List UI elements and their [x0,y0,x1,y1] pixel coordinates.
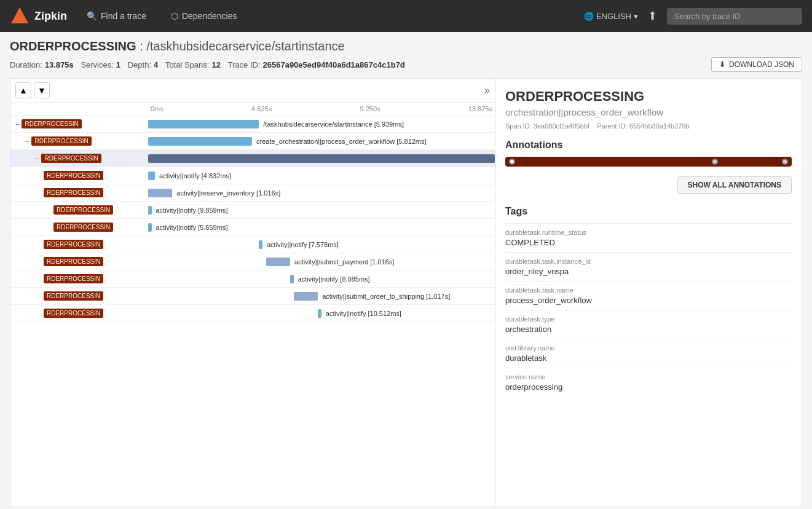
span-row[interactable]: RDERPROCESSINactivity||notify [10.512ms] [10,305,495,322]
download-json-button[interactable]: ⬇ DOWNLOAD JSON [711,57,802,72]
annotation-dot-left [509,159,515,165]
span-service-col: −RDERPROCESSIN [10,136,148,146]
trace-timeline-panel: ▲ ▼ » 0ms 4.625s 9.250s 13.875s −RDER [10,78,495,507]
tag-row: durabletask.typeorchestration [505,310,792,339]
span-row[interactable]: RDERPROCESSINactivity||notify [5.659ms] [10,219,495,236]
tag-key: otel.library.name [505,344,792,352]
collapse-button[interactable]: − [24,136,30,146]
header-right: 🌐 ENGLISH ▾ ⬆ [584,8,802,25]
span-bar-area: activity||submit_payment [1.016s] [148,253,495,270]
service-badge: RDERPROCESSIN [44,188,103,197]
meta-bar: Duration: 13.875s Services: 1 Depth: 4 T… [10,57,802,72]
time-2: 9.250s [360,105,380,112]
service-badge: RDERPROCESSIN [31,136,91,146]
span-row[interactable]: RDERPROCESSINactivity||notify [8.085ms] [10,270,495,288]
collapse-button[interactable]: − [14,119,20,129]
span-label: activity||submit_payment [1.016s] [292,258,394,266]
annotations-title: Annotations [505,140,792,151]
span-label: create_orchestration||process_order_work… [254,138,427,145]
service-badge: RDERPROCESSIN [22,119,81,128]
span-row[interactable]: RDERPROCESSINactivity||submit_payment [1… [10,253,495,270]
span-service-col: RDERPROCESSIN [10,171,148,180]
span-service-col: RDERPROCESSIN [10,291,148,301]
service-badge: RDERPROCESSIN [53,223,113,232]
tag-value: orchestration [505,325,792,334]
span-row[interactable]: RDERPROCESSINactivity||notify [7.578ms] [10,236,495,253]
service-badge: RDERPROCESSIN [44,291,103,301]
tag-key: durabletask.runtime_status [505,229,792,236]
tag-row: durabletask.runtime_statusCOMPLETED [505,223,792,252]
trace-controls: ▲ ▼ » [10,79,495,103]
span-label: activity||reserve_inventory [1.016s] [174,189,280,197]
span-row[interactable]: −RDERPROCESSIN/taskhubsidecarservice/sta… [10,116,495,133]
span-service-col: RDERPROCESSIN [10,240,148,249]
span-service-col: RDERPROCESSIN [10,205,148,215]
span-bar [318,309,321,318]
span-bar [294,292,318,301]
span-service-col: RDERPROCESSIN [10,223,148,232]
span-label: activity||notify [8.085ms] [296,275,370,283]
service-badge: RDERPROCESSIN [44,171,103,180]
nav-dependencies[interactable]: ⬡ Dependencies [166,9,242,23]
download-icon: ⬇ [719,60,725,69]
span-bar [266,258,290,266]
span-id: Span ID: 3ea080cf2a405bbf [505,122,589,130]
time-markers: 0ms 4.625s 9.250s 13.875s [148,105,495,112]
span-row[interactable]: RDERPROCESSINactivity||submit_order_to_s… [10,288,495,305]
span-bar-area: activity||notify [7.578ms] [148,236,495,253]
span-bar [148,154,495,163]
expand-all-icon[interactable]: » [484,85,490,96]
tag-key: durabletask.task.instance_id [505,258,792,265]
logo-text: Zipkin [34,10,67,23]
tag-row: durabletask.task.instance_idorder_riley_… [505,252,792,281]
span-row[interactable]: RDERPROCESSINactivity||notify [9.859ms] [10,202,495,219]
annotation-dot-mid [712,159,718,165]
tag-key: service.name [505,373,792,381]
span-bar [290,275,294,283]
tag-value: order_riley_vnspa [505,267,792,276]
annotation-bar [505,157,792,167]
timeline-bar-col-header: 0ms 4.625s 9.250s 13.875s [148,103,495,115]
span-label: activity||notify [7.578ms] [264,241,339,248]
span-service-col: −RDERPROCESSIN [10,119,148,129]
collapse-button[interactable]: − [34,154,40,164]
span-row[interactable]: −RDERPROCESSINorchestration||process_ord… [10,150,495,167]
span-row[interactable]: −RDERPROCESSINcreate_orchestration||proc… [10,133,495,150]
span-row[interactable]: RDERPROCESSINactivity||reserve_inventory… [10,184,495,202]
show-all-annotations-button[interactable]: SHOW ALL ANNOTATIONS [677,176,792,194]
nav-find-trace[interactable]: 🔍 Find a trace [82,9,151,23]
span-service-col: RDERPROCESSIN [10,257,148,266]
span-bar-area: orchestration||process_order_workflow [1… [148,150,495,167]
tag-value: COMPLETED [505,238,792,247]
expand-up-button[interactable]: ▲ [15,82,31,98]
span-bar-area: /taskhubsidecarservice/startinstance [5.… [148,116,495,132]
span-bar-area: activity||notify [9.859ms] [148,202,495,218]
span-service-col: RDERPROCESSIN [10,274,148,283]
span-bar-area: activity||notify [5.659ms] [148,219,495,235]
span-bar [148,206,152,215]
service-badge: RDERPROCESSIN [44,309,103,318]
tag-row: service.nameorderprocessing [505,368,792,397]
path-label: : /taskhubsidecarservice/startinstance [140,39,345,53]
time-3: 13.875s [468,105,492,112]
annotation-dot-right [782,159,788,165]
logo[interactable]: Zipkin [10,6,67,26]
language-selector[interactable]: 🌐 ENGLISH ▾ [584,12,638,21]
expand-down-button[interactable]: ▼ [34,82,50,98]
header: Zipkin 🔍 Find a trace ⬡ Dependencies 🌐 E… [0,0,812,32]
detail-operation: orchestration||process_order_workflow [505,107,792,117]
span-row[interactable]: RDERPROCESSINactivity||notify [4.832ms] [10,167,495,184]
span-bar-area: activity||notify [4.832ms] [148,167,495,184]
span-service-col: RDERPROCESSIN [10,188,148,197]
translate-icon: 🌐 [584,12,594,21]
span-bar-area: activity||reserve_inventory [1.016s] [148,184,495,201]
trace-id-search-input[interactable] [667,8,802,25]
upload-button[interactable]: ⬆ [648,9,657,23]
span-label: activity||notify [9.859ms] [153,207,227,214]
time-0: 0ms [151,105,164,112]
service-name: ORDERPROCESSING [10,39,136,53]
service-badge: RDERPROCESSIN [44,257,103,266]
page-content: ORDERPROCESSING : /taskhubsidecarservice… [0,32,812,509]
span-label: activity||submit_order_to_shipping [1.01… [320,293,450,300]
tag-value: orderprocessing [505,382,792,392]
